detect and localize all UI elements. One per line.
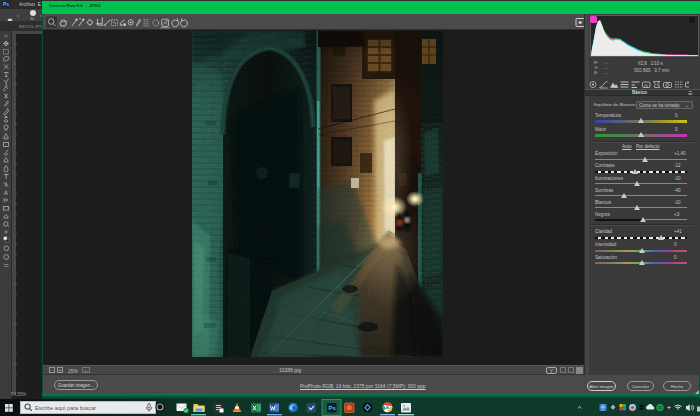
svg-text:Ps: Ps [329, 405, 337, 411]
